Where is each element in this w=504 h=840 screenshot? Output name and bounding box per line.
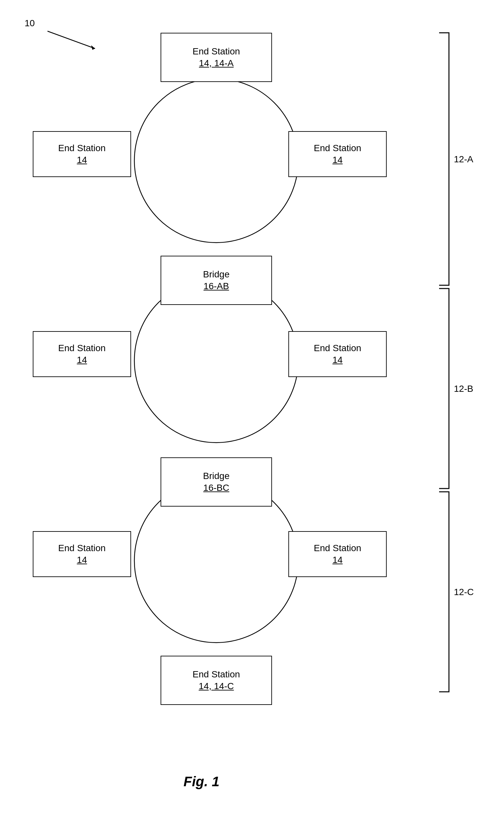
- svg-marker-1: [91, 45, 95, 50]
- bottom-station-sub: 14, 14-C: [199, 680, 234, 692]
- right-b-sub: 14: [332, 354, 342, 366]
- bottom-station-label: End Station: [193, 668, 240, 680]
- left-c-label: End Station: [58, 542, 106, 554]
- bottom-station-box: End Station 14, 14-C: [161, 656, 272, 705]
- right-c-box: End Station 14: [288, 531, 387, 577]
- left-c-box: End Station 14: [33, 531, 131, 577]
- bridge-ab-label: Bridge: [203, 268, 230, 280]
- bracket-a-label: 12-A: [454, 154, 473, 164]
- left-b-label: End Station: [58, 342, 106, 354]
- bridge-bc-label: Bridge: [203, 470, 230, 482]
- right-b-label: End Station: [314, 342, 361, 354]
- bridge-bc-box: Bridge 16-BC: [161, 457, 272, 507]
- right-c-label: End Station: [314, 542, 361, 554]
- right-b-box: End Station 14: [288, 331, 387, 377]
- top-station-label: End Station: [193, 46, 240, 57]
- right-a-sub: 14: [332, 154, 342, 166]
- diagram-svg: [0, 0, 504, 840]
- bridge-ab-sub: 16-AB: [203, 280, 229, 292]
- ref-10-label: 10: [24, 18, 35, 29]
- svg-line-0: [48, 31, 95, 49]
- bracket-c-label: 12-C: [454, 587, 474, 597]
- bracket-b-label: 12-B: [454, 384, 473, 394]
- left-a-sub: 14: [77, 154, 87, 166]
- left-a-box: End Station 14: [33, 131, 131, 177]
- right-a-box: End Station 14: [288, 131, 387, 177]
- top-station-sub: 14, 14-A: [199, 57, 234, 69]
- right-a-label: End Station: [314, 142, 361, 154]
- left-b-box: End Station 14: [33, 331, 131, 377]
- left-b-sub: 14: [77, 354, 87, 366]
- diagram-container: 10 End Station 14, 14-A End Station 14 E…: [0, 0, 504, 840]
- top-station-box: End Station 14, 14-A: [161, 33, 272, 82]
- left-a-label: End Station: [58, 142, 106, 154]
- fig-label: Fig. 1: [183, 774, 219, 789]
- svg-point-2: [134, 79, 298, 243]
- left-c-sub: 14: [77, 554, 87, 566]
- bridge-ab-box: Bridge 16-AB: [161, 256, 272, 305]
- right-c-sub: 14: [332, 554, 342, 566]
- bridge-bc-sub: 16-BC: [203, 482, 229, 494]
